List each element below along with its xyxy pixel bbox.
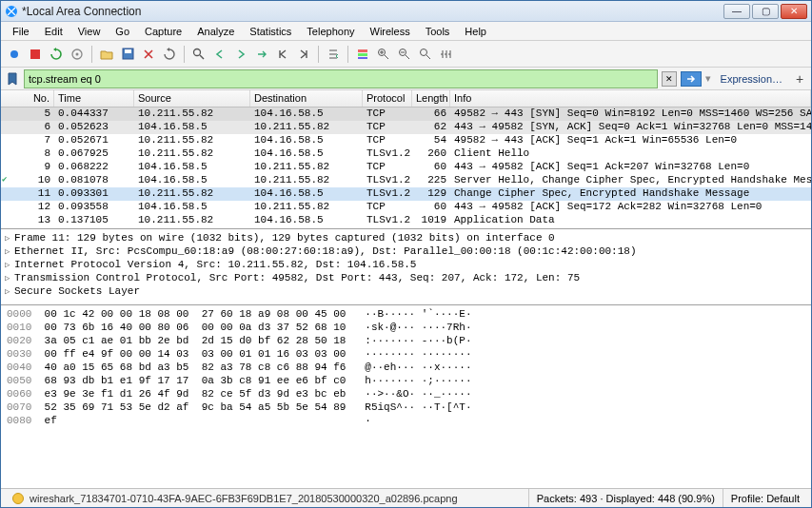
detail-row[interactable]: ▷Frame 11: 129 bytes on wire (1032 bits)… [5,231,807,244]
zoom-reset-button[interactable] [416,45,435,64]
toolbar-sep [347,46,348,63]
detail-row[interactable]: ▷Ethernet II, Src: PcsCompu_60:18:a9 (08… [5,244,807,258]
svg-rect-8 [358,53,367,56]
menu-wireless[interactable]: Wireless [363,24,418,39]
menu-edit[interactable]: Edit [37,24,70,39]
packet-row[interactable]: 120.093558104.16.58.510.211.55.82TCP6044… [1,201,811,214]
capture-file-label: wireshark_71834701-0710-43FA-9AEC-6FB3F6… [30,493,458,504]
col-protocol[interactable]: Protocol [363,90,412,107]
menubar: File Edit View Go Capture Analyze Statis… [1,22,811,41]
svg-rect-9 [358,57,367,59]
packet-row[interactable]: 110.09330110.211.55.82104.16.58.5TLSv1.2… [1,187,811,201]
app-icon [5,5,18,18]
hex-row[interactable]: 0060 e3 9e 3e f1 d1 26 4f 9d 82 ce 5f d3… [7,387,805,401]
last-packet-button[interactable] [294,45,313,64]
filter-bar: ✕ ▾ Expression… + [1,68,811,90]
status-bar: wireshark_71834701-0710-43FA-9AEC-6FB3F6… [1,488,811,507]
app-window: *Local Area Connection — ▢ ✕ File Edit V… [0,0,812,508]
packet-row[interactable]: ✔100.081078104.16.58.510.211.55.82TLSv1.… [1,174,811,187]
col-length[interactable]: Length [412,90,450,107]
open-file-button[interactable] [97,45,116,64]
hex-row[interactable]: 0020 3a 05 c1 ae 01 bb 2e bd 2d 15 d0 bf… [7,334,805,347]
clear-filter-button[interactable]: ✕ [662,71,677,87]
hex-row[interactable]: 0080 ef · [7,414,805,427]
go-forward-button[interactable] [231,45,250,64]
window-title: *Local Area Connection [22,5,723,18]
menu-telephony[interactable]: Telephony [299,24,362,39]
packet-row[interactable]: 130.13710510.211.55.82104.16.58.5TLSv1.2… [1,214,811,227]
packet-row[interactable]: 80.06792510.211.55.82104.16.58.5TLSv1.22… [1,147,811,161]
capture-options-button[interactable] [68,45,87,64]
titlebar: *Local Area Connection — ▢ ✕ [1,1,811,22]
resize-columns-button[interactable] [437,45,456,64]
toolbar-sep [91,46,92,63]
menu-capture[interactable]: Capture [137,24,189,39]
display-filter-input[interactable] [24,69,658,88]
autoscroll-button[interactable] [324,45,343,64]
col-destination[interactable]: Destination [250,90,363,107]
packet-row[interactable]: 50.04433710.211.55.82104.16.58.5TCP66495… [1,107,811,121]
goto-packet-button[interactable] [252,45,271,64]
restart-capture-button[interactable] [47,45,66,64]
svg-rect-5 [125,49,131,53]
packet-list-header: No. Time Source Destination Protocol Len… [1,90,811,107]
go-back-button[interactable] [210,45,229,64]
packet-count-label: Packets: 493 · Displayed: 448 (90.9%) [529,489,723,507]
col-time[interactable]: Time [54,90,134,107]
packet-row[interactable]: 60.052623104.16.58.510.211.55.82TCP62443… [1,121,811,134]
hex-row[interactable]: 0040 40 a0 15 65 68 bd a3 b5 82 a3 78 c8… [7,361,805,374]
packet-row[interactable]: 70.05267110.211.55.82104.16.58.5TCP54495… [1,134,811,147]
bookmark-filter-icon[interactable] [5,71,20,87]
start-capture-button[interactable] [5,45,24,64]
toolbar-sep [184,46,185,63]
expression-button[interactable]: Expression… [715,73,788,85]
svg-rect-7 [358,49,367,52]
profile-label[interactable]: Profile: Default [723,489,807,507]
menu-tools[interactable]: Tools [418,24,458,39]
col-info[interactable]: Info [450,90,811,107]
packet-list: No. Time Source Destination Protocol Len… [1,90,811,229]
col-no[interactable]: No. [1,90,54,107]
menu-analyze[interactable]: Analyze [189,24,242,39]
maximize-button[interactable]: ▢ [752,4,779,19]
detail-row[interactable]: ▷Transmission Control Protocol, Src Port… [5,271,807,284]
close-button[interactable]: ✕ [781,4,807,19]
detail-row[interactable]: ▷Secure Sockets Layer [5,284,807,298]
packet-bytes: 0000 00 1c 42 00 00 18 08 00 27 60 18 a9… [1,305,811,488]
col-source[interactable]: Source [134,90,250,107]
hex-row[interactable]: 0000 00 1c 42 00 00 18 08 00 27 60 18 a9… [7,307,805,321]
minimize-button[interactable]: — [723,4,750,19]
hex-row[interactable]: 0050 68 93 db b1 e1 9f 17 17 0a 3b c8 91… [7,374,805,387]
svg-rect-1 [30,49,40,59]
packet-row[interactable]: 90.068222104.16.58.510.211.55.82TCP60443… [1,161,811,174]
menu-file[interactable]: File [5,24,37,39]
reload-button[interactable] [160,45,179,64]
detail-row[interactable]: ▷Internet Protocol Version 4, Src: 10.21… [5,258,807,271]
apply-filter-button[interactable] [681,71,702,87]
zoom-in-button[interactable] [374,45,393,64]
close-file-button[interactable] [139,45,158,64]
svg-point-6 [194,49,201,55]
expert-info-icon[interactable] [12,493,24,504]
svg-point-12 [421,49,427,55]
find-button[interactable] [189,45,208,64]
save-file-button[interactable] [118,45,137,64]
first-packet-button[interactable] [273,45,292,64]
toolbar-sep [318,46,319,63]
menu-statistics[interactable]: Statistics [242,24,299,39]
hex-row[interactable]: 0030 00 ff e4 9f 00 00 14 03 03 00 01 01… [7,347,805,361]
menu-view[interactable]: View [70,24,109,39]
add-filter-button[interactable]: + [792,71,807,87]
hex-row[interactable]: 0070 52 35 69 71 53 5e d2 af 9c ba 54 a5… [7,401,805,414]
toolbar [1,41,811,68]
menu-help[interactable]: Help [457,24,494,39]
menu-go[interactable]: Go [108,24,137,39]
packet-details: ▷Frame 11: 129 bytes on wire (1032 bits)… [1,229,811,305]
zoom-out-button[interactable] [395,45,414,64]
hex-row[interactable]: 0010 00 73 6b 16 40 00 80 06 00 00 0a d3… [7,321,805,334]
svg-point-3 [76,52,79,55]
colorize-button[interactable] [353,45,372,64]
packet-rows: 50.04433710.211.55.82104.16.58.5TCP66495… [1,107,811,227]
window-buttons: — ▢ ✕ [723,4,807,19]
stop-capture-button[interactable] [26,45,45,64]
